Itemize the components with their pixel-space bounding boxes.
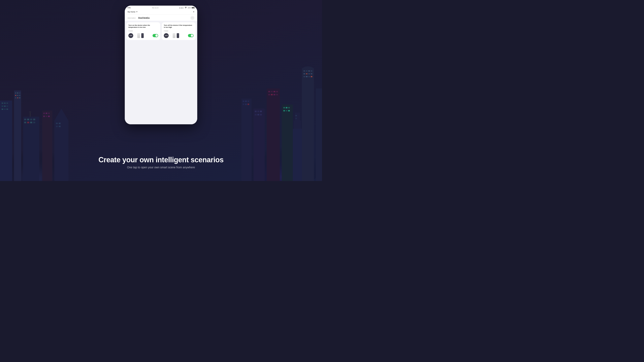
card-2-tasks: 3 tasks [164, 30, 194, 31]
signal-icon: ▲▲▲ [179, 7, 184, 8]
automation-card-1[interactable]: Turn on the device when the temperature … [126, 22, 160, 40]
svg-rect-54 [304, 76, 305, 77]
toggle-2[interactable] [188, 34, 194, 37]
svg-rect-23 [27, 119, 29, 120]
svg-rect-92 [296, 115, 297, 116]
svg-rect-84 [286, 107, 288, 108]
svg-rect-24 [30, 119, 32, 120]
card-2-title: Turn off the device if the temperature i… [164, 24, 194, 28]
phone-frame: 9:41 Mon Jun 22 ▲▲▲ 100% My Home [125, 6, 197, 124]
arrow-icon-1: → [134, 34, 136, 36]
tab-oneclickgo[interactable]: OneClickGo [138, 17, 150, 19]
svg-rect-72 [260, 114, 262, 115]
tab-group: Automation OneClickGo [128, 17, 150, 19]
svg-rect-2 [2, 103, 3, 104]
svg-rect-69 [260, 111, 262, 112]
svg-rect-7 [6, 106, 8, 107]
svg-rect-8 [2, 109, 3, 110]
subheadline-text: One tap to open your own smart scene fro… [4, 166, 318, 169]
svg-rect-75 [271, 91, 273, 92]
toggle-1[interactable] [152, 34, 158, 37]
svg-rect-50 [304, 73, 305, 74]
arrow-icon-2: → [170, 34, 172, 36]
svg-rect-61 [245, 100, 247, 102]
svg-rect-56 [308, 76, 310, 77]
svg-rect-51 [306, 73, 308, 74]
svg-rect-16 [17, 95, 18, 96]
svg-rect-85 [288, 107, 290, 108]
temp-value-1: 20℃ [130, 35, 132, 36]
status-time: 9:41 [128, 7, 130, 9]
svg-rect-33 [43, 113, 45, 114]
svg-rect-62 [248, 100, 249, 102]
svg-rect-32 [42, 111, 52, 181]
svg-rect-80 [274, 94, 275, 95]
svg-rect-88 [288, 110, 290, 111]
svg-rect-25 [33, 119, 35, 120]
svg-rect-91 [293, 129, 302, 181]
svg-rect-14 [19, 92, 20, 93]
device-icon-2b [177, 33, 179, 38]
headline-text: Create your own intelligent scenarios [4, 156, 318, 164]
svg-rect-28 [30, 122, 32, 123]
automation-cards-row: Turn on the device when the temperature … [126, 22, 196, 40]
svg-rect-20 [19, 97, 20, 98]
svg-rect-87 [286, 110, 288, 111]
svg-rect-37 [46, 116, 47, 117]
top-nav: My Home + [125, 9, 197, 15]
add-button[interactable]: + [193, 10, 194, 13]
svg-rect-21 [23, 117, 39, 181]
svg-rect-78 [268, 94, 270, 95]
svg-marker-40 [54, 109, 68, 121]
svg-rect-39 [54, 121, 68, 181]
toggle-thumb-2 [191, 34, 193, 37]
svg-rect-10 [6, 109, 8, 110]
status-date: Mon Jun 22 [152, 7, 158, 8]
svg-rect-36 [43, 116, 45, 117]
svg-rect-79 [271, 94, 273, 95]
svg-rect-47 [306, 70, 308, 72]
svg-rect-12 [15, 92, 16, 93]
svg-rect-86 [283, 110, 285, 111]
device-icon-1b [141, 33, 144, 38]
svg-rect-81 [276, 94, 278, 95]
card-1-tasks: 3 tasks [128, 30, 158, 31]
svg-rect-41 [56, 123, 58, 124]
svg-rect-55 [306, 76, 308, 77]
svg-rect-17 [19, 95, 20, 96]
automation-card-2[interactable]: Turn off the device if the temperature i… [162, 22, 196, 40]
svg-rect-66 [254, 109, 265, 181]
wifi-icon [185, 7, 187, 9]
svg-rect-63 [243, 104, 244, 105]
bottom-fade [126, 42, 196, 123]
svg-rect-52 [308, 73, 310, 74]
device-icon-2a [173, 33, 176, 38]
svg-rect-18 [15, 97, 16, 98]
svg-rect-4 [6, 103, 8, 104]
svg-rect-53 [311, 73, 312, 74]
svg-rect-34 [46, 113, 47, 114]
svg-rect-30 [30, 113, 30, 117]
home-title-group[interactable]: My Home [128, 11, 138, 13]
svg-rect-15 [15, 95, 16, 96]
svg-rect-19 [17, 97, 18, 98]
more-options-button[interactable]: ··· [190, 16, 194, 20]
svg-rect-43 [56, 126, 58, 127]
temp-bubble-1: 20℃ [128, 33, 133, 38]
svg-rect-70 [255, 114, 256, 115]
battery-icon [192, 7, 194, 8]
svg-rect-48 [308, 70, 310, 72]
chevron-down-icon [136, 11, 138, 12]
tab-automation[interactable]: Automation [128, 17, 136, 19]
temp-bubble-2: 20℃ [164, 33, 169, 38]
svg-rect-76 [274, 91, 275, 92]
temp-value-2: 20℃ [165, 35, 168, 36]
svg-rect-46 [304, 70, 305, 72]
home-title-text: My Home [128, 11, 136, 13]
svg-rect-38 [48, 116, 50, 117]
svg-rect-68 [258, 111, 259, 112]
svg-rect-44 [59, 126, 60, 127]
svg-rect-6 [4, 106, 6, 107]
svg-rect-13 [17, 92, 18, 93]
content-area: Turn on the device when the temperature … [125, 21, 197, 124]
